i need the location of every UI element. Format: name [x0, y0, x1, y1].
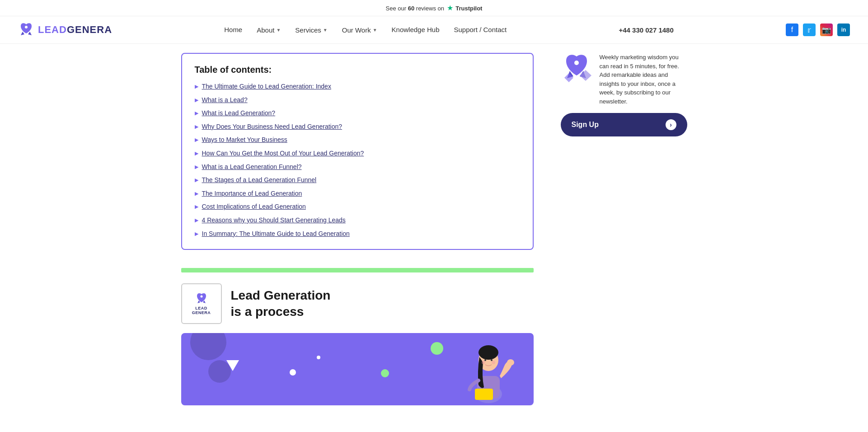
nav-links: Home About ▼ Services ▼ Our Work ▼ Knowl… [224, 26, 507, 34]
toc-link-ways-to-market[interactable]: Ways to Market Your Business [202, 136, 287, 145]
svg-point-6 [507, 359, 514, 366]
nav-services[interactable]: Services ▼ [295, 26, 327, 34]
lead-gen-logo: LEADGENERA [181, 283, 222, 324]
nav-home[interactable]: Home [224, 26, 242, 33]
lead-gen-logo-text: LEADGENERA [192, 306, 211, 315]
deco-dot-1 [290, 369, 296, 376]
list-item: ▶ Ways to Market Your Business [195, 136, 520, 145]
toc-arrow-icon: ▶ [195, 191, 198, 197]
list-item: ▶ The Stages of a Lead Generation Funnel [195, 176, 520, 185]
social-links: f 𝕣 📷 in [786, 23, 850, 36]
svg-point-9 [491, 359, 493, 361]
svg-point-5 [479, 345, 498, 360]
person-illustration [461, 335, 516, 405]
svg-point-8 [484, 359, 486, 361]
signup-button-label: Sign Up [572, 121, 599, 129]
newsletter-box: Weekly marketing wisdom you can read in … [561, 53, 687, 136]
newsletter-text: Weekly marketing wisdom you can read in … [600, 53, 687, 106]
svg-point-1 [200, 296, 202, 298]
purple-banner [181, 333, 534, 405]
list-item: ▶ In Summary: The Ultimate Guide to Lead… [195, 230, 520, 239]
main-content: Table of contents: ▶ The Ultimate Guide … [163, 44, 705, 414]
toc-arrow-icon: ▶ [195, 97, 198, 103]
list-item: ▶ How Can You Get the Most Out of Your L… [195, 149, 520, 158]
list-item: ▶ Why Does Your Business Need Lead Gener… [195, 122, 520, 131]
toc-link-funnel[interactable]: What is a Lead Generation Funnel? [202, 163, 302, 172]
twitter-icon[interactable]: 𝕣 [803, 23, 816, 36]
our-work-dropdown-arrow: ▼ [373, 28, 377, 33]
nav-knowledge-hub[interactable]: Knowledge Hub [392, 26, 440, 33]
nav-our-work[interactable]: Our Work ▼ [342, 26, 377, 34]
deco-dot-2 [317, 356, 320, 359]
logo-text: LEADGENERA [38, 24, 112, 36]
lead-gen-title: Lead Generation is a process [231, 287, 331, 320]
toc-link-reasons[interactable]: 4 Reasons why you Should Start Generatin… [202, 216, 346, 225]
toc-arrow-icon: ▶ [195, 177, 198, 183]
toc-link-cost[interactable]: Cost Implications of Lead Generation [202, 202, 306, 211]
toc-link-importance[interactable]: The Importance of Lead Generation [202, 189, 302, 198]
toc-arrow-icon: ▶ [195, 137, 198, 143]
toc-link-most-out[interactable]: How Can You Get the Most Out of Your Lea… [202, 149, 364, 158]
left-column: Table of contents: ▶ The Ultimate Guide … [181, 53, 534, 405]
toc-link-why-business-needs[interactable]: Why Does Your Business Need Lead Generat… [202, 122, 343, 131]
svg-point-10 [482, 361, 485, 364]
toc-arrow-icon: ▶ [195, 204, 198, 210]
phone-number: +44 330 027 1480 [619, 26, 673, 34]
svg-point-12 [574, 61, 579, 65]
toc-link-what-is-lead[interactable]: What is a Lead? [202, 96, 248, 105]
toc-list: ▶ The Ultimate Guide to Lead Generation:… [195, 82, 520, 238]
top-bar: See our 60 reviews on ★ Trustpilot [0, 0, 868, 16]
list-item: ▶ Cost Implications of Lead Generation [195, 202, 520, 211]
toc-arrow-icon: ▶ [195, 124, 198, 130]
lead-gen-card: LEADGENERA Lead Generation is a process [181, 283, 534, 324]
list-item: ▶ What is Lead Generation? [195, 109, 520, 118]
facebook-icon[interactable]: f [786, 23, 798, 36]
trustpilot-star-icon: ★ [447, 4, 453, 12]
logo-rocket-icon [18, 22, 34, 38]
signup-chevron-icon: › [666, 119, 676, 130]
deco-triangle [226, 360, 239, 371]
toc-arrow-icon: ▶ [195, 164, 198, 170]
list-item: ▶ What is a Lead Generation Funnel? [195, 163, 520, 172]
deco-circle-1 [190, 333, 226, 360]
toc-arrow-icon: ▶ [195, 217, 198, 223]
toc-arrow-icon: ▶ [195, 84, 198, 89]
table-of-contents: Table of contents: ▶ The Ultimate Guide … [181, 53, 534, 250]
logo-link[interactable]: LEADGENERA [18, 22, 112, 38]
review-count: 60 [408, 5, 414, 12]
toc-link-summary[interactable]: In Summary: The Ultimate Guide to Lead G… [202, 230, 350, 239]
svg-point-11 [492, 361, 495, 364]
toc-title: Table of contents: [195, 65, 520, 75]
toc-arrow-icon: ▶ [195, 110, 198, 116]
trustpilot-label: Trustpilot [455, 5, 482, 12]
toc-arrow-icon: ▶ [195, 231, 198, 237]
services-dropdown-arrow: ▼ [323, 28, 328, 33]
toc-link-stages[interactable]: The Stages of a Lead Generation Funnel [202, 176, 317, 185]
toc-link-index[interactable]: The Ultimate Guide to Lead Generation: I… [202, 82, 331, 91]
nav-about[interactable]: About ▼ [257, 26, 281, 34]
linkedin-icon[interactable]: in [837, 23, 850, 36]
toc-arrow-icon: ▶ [195, 150, 198, 156]
right-column: Weekly marketing wisdom you can read in … [561, 53, 687, 405]
list-item: ▶ The Importance of Lead Generation [195, 189, 520, 198]
list-item: ▶ 4 Reasons why you Should Start Generat… [195, 216, 520, 225]
deco-circle-green-1 [431, 342, 443, 355]
list-item: ▶ What is a Lead? [195, 96, 520, 105]
deco-circle-green-2 [381, 369, 389, 377]
svg-point-0 [25, 26, 28, 28]
svg-rect-7 [475, 389, 493, 400]
green-divider [181, 268, 534, 272]
newsletter-rocket-icon [561, 53, 592, 89]
logo-mini-rocket-icon [195, 292, 208, 306]
toc-link-what-is-lead-gen[interactable]: What is Lead Generation? [202, 109, 276, 118]
top-bar-text: See our [386, 5, 408, 12]
nav-support-contact[interactable]: Support / Contact [454, 26, 507, 33]
top-bar-reviews: reviews on [416, 5, 444, 12]
list-item: ▶ The Ultimate Guide to Lead Generation:… [195, 82, 520, 91]
rocket-svg [561, 53, 592, 85]
newsletter-header: Weekly marketing wisdom you can read in … [561, 53, 687, 106]
instagram-icon[interactable]: 📷 [820, 23, 833, 36]
navbar: LEADGENERA Home About ▼ Services ▼ Our W… [0, 16, 868, 44]
signup-button[interactable]: Sign Up › [561, 113, 687, 136]
about-dropdown-arrow: ▼ [276, 28, 281, 33]
